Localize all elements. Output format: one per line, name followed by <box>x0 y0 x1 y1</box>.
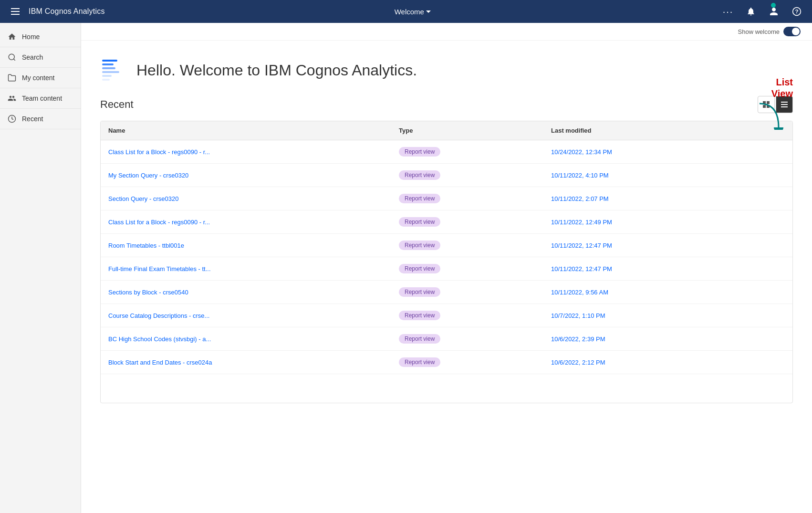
cell-name: Course Catalog Descriptions - crse... <box>101 304 391 327</box>
cell-modified: 10/7/2022, 1:10 PM <box>543 304 792 327</box>
cell-type: Report view <box>391 281 543 304</box>
sidebar-item-my-content[interactable]: My content <box>0 68 81 88</box>
cell-type: Report view <box>391 210 543 234</box>
bell-icon <box>746 7 756 16</box>
svg-point-2 <box>9 54 14 60</box>
list-icon <box>781 101 788 108</box>
recent-icon <box>8 115 16 123</box>
notifications-button[interactable] <box>743 4 759 19</box>
my-content-icon <box>8 73 16 82</box>
table-row[interactable]: Class List for a Block - regs0090 - r...… <box>101 140 792 164</box>
table-row[interactable]: BC High School Codes (stvsbgi) - a...Rep… <box>101 327 792 351</box>
hamburger-button[interactable] <box>8 4 23 19</box>
notification-area <box>743 4 759 19</box>
svg-rect-15 <box>781 102 788 103</box>
sidebar: Home Search My content Team content <box>0 23 81 513</box>
table-row[interactable]: Room Timetables - ttbl001eReport view10/… <box>101 234 792 257</box>
table-body: Class List for a Block - regs0090 - r...… <box>101 140 792 374</box>
hamburger-icon <box>11 8 20 15</box>
cell-modified: 10/11/2022, 4:10 PM <box>543 164 792 187</box>
recent-table: Name Type Last modified Class List for a… <box>101 121 792 374</box>
help-icon: ? <box>792 7 802 16</box>
svg-rect-6 <box>102 67 115 69</box>
report-badge: Report view <box>399 334 440 344</box>
svg-rect-17 <box>781 106 788 107</box>
show-welcome-toggle[interactable] <box>783 27 801 36</box>
cell-name: Block Start and End Dates - crse024a <box>101 351 391 374</box>
cell-type: Report view <box>391 304 543 327</box>
report-badge: Report view <box>399 287 440 297</box>
table-row[interactable]: Course Catalog Descriptions - crse...Rep… <box>101 304 792 327</box>
welcome-label: Welcome <box>395 8 424 16</box>
hero-section: Hello. Welcome to IBM Cognos Analytics. <box>81 41 812 96</box>
cell-name: My Section Query - crse0320 <box>101 164 391 187</box>
table-row[interactable]: Sections by Block - crse0540Report view1… <box>101 281 792 304</box>
svg-rect-9 <box>102 79 110 81</box>
table-row[interactable]: Class List for a Block - regs0090 - r...… <box>101 210 792 234</box>
sidebar-recent-label: Recent <box>22 115 43 123</box>
cell-type: Report view <box>391 140 543 164</box>
svg-text:?: ? <box>795 8 798 14</box>
header-left: IBM Cognos Analytics <box>8 4 105 19</box>
view-controls <box>758 96 793 113</box>
recent-section: Recent <box>81 96 812 415</box>
cell-name: Room Timetables - ttbl001e <box>101 234 391 257</box>
chevron-down-icon <box>426 10 431 13</box>
cell-type: Report view <box>391 351 543 374</box>
cell-name: Section Query - crse0320 <box>101 187 391 210</box>
report-badge: Report view <box>399 241 440 250</box>
cell-name: Class List for a Block - regs0090 - r... <box>101 140 391 164</box>
report-badge: Report view <box>399 194 440 203</box>
sidebar-item-recent[interactable]: Recent <box>0 109 81 129</box>
col-header-type: Type <box>391 121 543 140</box>
ellipsis-icon: ··· <box>723 6 734 17</box>
svg-rect-14 <box>767 105 770 108</box>
notification-dot <box>771 3 776 8</box>
cell-type: Report view <box>391 164 543 187</box>
grid-view-button[interactable] <box>758 96 775 113</box>
team-content-icon <box>8 94 16 103</box>
report-badge: Report view <box>399 357 440 367</box>
help-button[interactable]: ? <box>789 4 804 19</box>
welcome-dropdown[interactable]: Welcome <box>395 8 431 16</box>
table-row[interactable]: Full-time Final Exam Timetables - tt...R… <box>101 257 792 281</box>
cell-modified: 10/11/2022, 12:49 PM <box>543 210 792 234</box>
table-scroll[interactable]: Name Type Last modified Class List for a… <box>101 121 792 403</box>
svg-rect-7 <box>102 71 119 73</box>
sidebar-item-team-content[interactable]: Team content <box>0 88 81 109</box>
header-right: ··· ? <box>720 4 804 19</box>
user-icon <box>769 7 779 16</box>
sidebar-item-home[interactable]: Home <box>0 27 81 47</box>
cell-modified: 10/11/2022, 9:56 AM <box>543 281 792 304</box>
more-options-button[interactable]: ··· <box>720 4 736 19</box>
search-icon <box>8 53 16 62</box>
cell-type: Report view <box>391 187 543 210</box>
hero-title: Hello. Welcome to IBM Cognos Analytics. <box>136 62 417 79</box>
table-row[interactable]: Section Query - crse0320Report view10/11… <box>101 187 792 210</box>
report-badge: Report view <box>399 217 440 227</box>
list-view-button[interactable] <box>776 96 793 113</box>
welcome-bar: Show welcome <box>81 23 812 41</box>
sidebar-my-content-label: My content <box>22 74 54 82</box>
sidebar-search-label: Search <box>22 53 43 61</box>
cell-modified: 10/24/2022, 12:34 PM <box>543 140 792 164</box>
table-row[interactable]: My Section Query - crse0320Report view10… <box>101 164 792 187</box>
show-welcome-label: Show welcome <box>738 28 780 35</box>
col-header-modified: Last modified <box>543 121 792 140</box>
app-title: IBM Cognos Analytics <box>29 7 105 16</box>
home-icon <box>8 32 16 41</box>
cell-name: Full-time Final Exam Timetables - tt... <box>101 257 391 281</box>
report-badge: Report view <box>399 311 440 320</box>
sidebar-team-content-label: Team content <box>22 94 62 102</box>
cell-modified: 10/11/2022, 12:47 PM <box>543 257 792 281</box>
cognos-logo <box>100 56 127 84</box>
report-badge: Report view <box>399 170 440 180</box>
table-row[interactable]: Block Start and End Dates - crse024aRepo… <box>101 351 792 374</box>
sidebar-item-search[interactable]: Search <box>0 47 81 68</box>
svg-rect-12 <box>767 101 770 104</box>
cell-name: Sections by Block - crse0540 <box>101 281 391 304</box>
cell-name: Class List for a Block - regs0090 - r... <box>101 210 391 234</box>
svg-rect-4 <box>102 60 117 62</box>
svg-rect-5 <box>102 63 114 65</box>
grid-icon <box>762 101 770 108</box>
